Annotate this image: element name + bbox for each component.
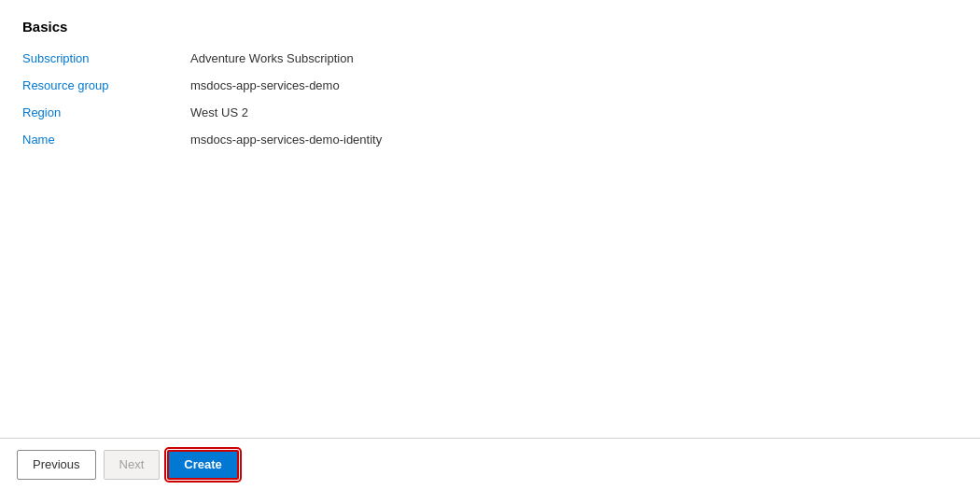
main-content: Basics SubscriptionAdventure Works Subsc… (0, 0, 980, 438)
footer: Previous Next Create (0, 438, 980, 490)
fields-container: SubscriptionAdventure Works Subscription… (22, 51, 958, 147)
section-title: Basics (22, 19, 958, 35)
create-button[interactable]: Create (167, 450, 238, 480)
field-row: Namemsdocs-app-services-demo-identity (22, 133, 958, 147)
field-value: Adventure Works Subscription (190, 51, 354, 65)
field-value: msdocs-app-services-demo-identity (190, 133, 382, 147)
previous-button[interactable]: Previous (17, 450, 96, 480)
field-row: SubscriptionAdventure Works Subscription (22, 51, 958, 65)
field-label: Subscription (22, 51, 190, 65)
field-row: RegionWest US 2 (22, 105, 958, 119)
field-value: West US 2 (190, 105, 248, 119)
field-label: Name (22, 133, 190, 147)
field-label: Resource group (22, 78, 190, 92)
next-button: Next (104, 450, 161, 480)
field-row: Resource groupmsdocs-app-services-demo (22, 78, 958, 92)
field-label: Region (22, 105, 190, 119)
field-value: msdocs-app-services-demo (190, 78, 340, 92)
